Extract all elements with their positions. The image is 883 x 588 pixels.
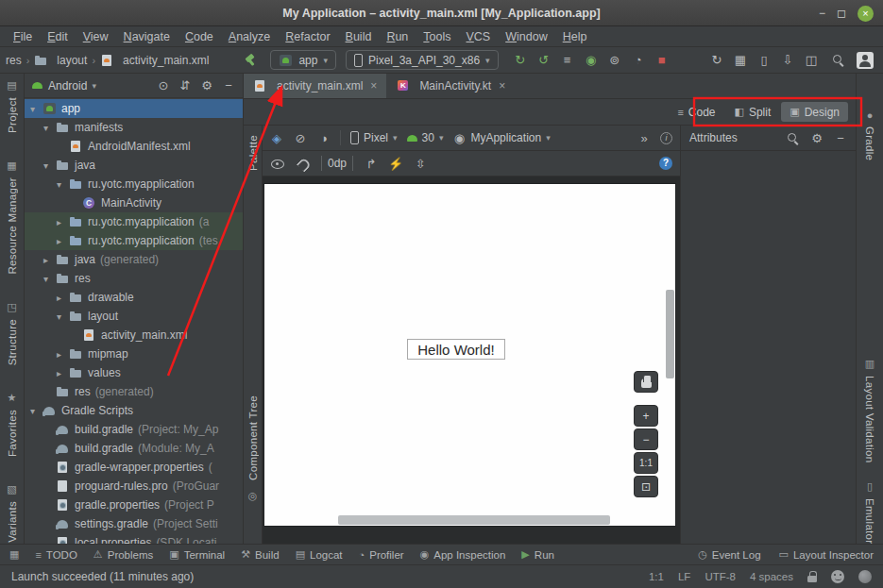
pan-button[interactable] <box>634 371 658 393</box>
close-tab-icon[interactable]: × <box>499 79 505 92</box>
device-menu[interactable]: Pixel ▾ <box>350 131 398 144</box>
collapse-all-icon[interactable]: ⇵ <box>178 78 192 93</box>
terminal-tab[interactable]: ▣ Terminal <box>169 548 225 561</box>
minimize-button[interactable]: − <box>819 8 825 19</box>
tree-item[interactable]: activity_main.xml <box>25 326 243 344</box>
tree-item[interactable]: res <box>25 269 243 288</box>
tree-chevron-icon[interactable] <box>43 255 56 265</box>
tree-item[interactable]: AndroidManifest.xml <box>25 137 243 156</box>
tree-chevron-icon[interactable] <box>30 104 42 114</box>
tree-item[interactable]: mipmap <box>25 344 243 363</box>
designer-strip-icon[interactable]: ◎ <box>248 490 258 502</box>
sync-gradle-icon[interactable]: ↻ <box>710 53 723 68</box>
profiler-tab[interactable]: ◔ Profiler <box>359 548 404 561</box>
event-log-tab[interactable]: ◷ Event Log <box>698 548 760 561</box>
tree-chevron-icon[interactable] <box>57 293 69 303</box>
api-version-menu[interactable]: 30 ▾ <box>407 131 444 144</box>
emulator-tool-button[interactable]: ▯ Emulator <box>864 480 875 544</box>
breadcrumb-layout[interactable]: layout <box>57 54 87 67</box>
tree-item[interactable]: ru.yotc.myapplication <box>25 175 243 193</box>
menu-item[interactable]: View <box>76 28 116 45</box>
horizontal-scrollbar[interactable] <box>338 515 610 525</box>
app-inspection-tab[interactable]: ◉ App Inspection <box>420 548 506 561</box>
debug-icon[interactable]: ◉ <box>585 53 598 68</box>
avatar[interactable] <box>857 52 874 69</box>
tree-chevron-icon[interactable] <box>57 368 69 378</box>
locate-file-icon[interactable]: ⊙ <box>157 78 170 93</box>
build-tab[interactable]: ⚒ Build <box>241 548 279 561</box>
mode-code-button[interactable]: ≡ Code <box>669 102 723 122</box>
tree-chevron-icon[interactable] <box>43 123 56 133</box>
tree-item[interactable]: ru.yotc.myapplication (a <box>25 212 243 231</box>
breadcrumb-res[interactable]: res <box>6 54 22 67</box>
sdk-manager-icon[interactable]: ⇩ <box>781 53 794 68</box>
apply-changes-icon[interactable]: ↺ <box>537 53 551 68</box>
search-icon[interactable] <box>786 131 800 145</box>
default-margin-button[interactable]: 0dp <box>321 156 353 171</box>
editor-tab[interactable]: activity_main.xml × <box>244 74 386 98</box>
editor-tab[interactable]: MainActivity.kt × <box>386 74 515 98</box>
menu-item[interactable]: Refactor <box>278 28 337 45</box>
menu-item[interactable]: Code <box>178 28 221 45</box>
menu-item[interactable]: Tools <box>416 28 458 45</box>
search-everywhere-icon[interactable] <box>831 53 845 67</box>
tree-chevron-icon[interactable] <box>57 311 69 322</box>
tree-item[interactable]: gradle-wrapper.properties ( <box>25 458 243 477</box>
run-tab[interactable]: ▶ Run <box>521 548 554 561</box>
tree-item[interactable]: local.properties (SDK Locati <box>25 533 243 544</box>
menu-item[interactable]: Window <box>498 28 554 45</box>
run-configurations-icon[interactable]: ≡ <box>561 53 574 68</box>
tree-item[interactable]: ru.yotc.myapplication (tes <box>25 231 243 250</box>
layout-inspector-tab[interactable]: ▭ Layout Inspector <box>779 548 874 561</box>
autoconnect-icon[interactable] <box>296 157 310 171</box>
project-view-selector[interactable]: Android ▾ <box>48 79 96 92</box>
problems-tab[interactable]: ⚠ Problems <box>93 548 153 561</box>
rerun-icon[interactable]: ↻ <box>514 53 527 68</box>
menu-item[interactable]: Help <box>555 28 595 45</box>
tree-item[interactable]: settings.gradle (Project Setti <box>25 514 243 533</box>
hide-panel-icon[interactable]: − <box>834 130 847 145</box>
lock-icon[interactable] <box>807 571 817 582</box>
menu-item[interactable]: VCS <box>459 28 499 45</box>
close-button[interactable]: × <box>858 6 874 22</box>
mode-design-button[interactable]: ▣ Design <box>781 102 848 122</box>
overflow-chevrons-icon[interactable]: » <box>637 130 651 145</box>
tree-item[interactable]: java <box>25 156 243 175</box>
zoom-to-fit-button[interactable]: ⊡ <box>634 476 658 497</box>
emulator-icon[interactable]: ▯ <box>757 53 771 68</box>
file-encoding[interactable]: UTF-8 <box>705 571 736 582</box>
tree-chevron-icon[interactable] <box>30 406 42 416</box>
logcat-tab[interactable]: ▤ Logcat <box>296 548 343 561</box>
zoom-out-button[interactable]: − <box>634 428 658 450</box>
tree-chevron-icon[interactable] <box>43 274 56 284</box>
attach-debugger-icon[interactable]: ⊚ <box>608 53 621 68</box>
info-icon[interactable]: i <box>660 132 672 144</box>
device-file-explorer-icon[interactable]: ◫ <box>805 53 818 68</box>
settings-icon[interactable]: ⚙ <box>810 130 824 145</box>
design-surface-icon[interactable]: ◈ <box>270 130 283 145</box>
view-options-icon[interactable] <box>270 158 285 170</box>
palette-tool-label[interactable]: Palette <box>247 135 259 171</box>
tree-item[interactable]: build.gradle (Module: My_A <box>25 439 243 458</box>
menu-item[interactable]: Analyze <box>221 28 278 45</box>
line-separator[interactable]: LF <box>678 571 690 582</box>
infer-constraints-icon[interactable]: ⚡ <box>388 156 403 171</box>
tree-item[interactable]: manifests <box>25 118 243 137</box>
run-configuration-selector[interactable]: app ▾ <box>270 50 336 70</box>
tree-item[interactable]: java (generated) <box>25 250 243 269</box>
tree-item[interactable]: res (generated) <box>25 382 243 401</box>
tree-chevron-icon[interactable] <box>57 217 69 227</box>
guidelines-icon[interactable]: ↱ <box>365 156 378 171</box>
orientation-icon[interactable]: ⊘ <box>294 130 307 145</box>
zoom-reset-button[interactable]: 1:1 <box>634 452 658 474</box>
caret-position[interactable]: 1:1 <box>649 571 664 582</box>
tree-item[interactable]: drawable <box>25 288 243 307</box>
stop-icon[interactable]: ■ <box>655 53 669 68</box>
menu-item[interactable]: Navigate <box>116 28 178 45</box>
hide-panel-icon[interactable]: − <box>222 78 235 93</box>
tree-item[interactable]: build.gradle (Project: My_Ap <box>25 420 243 439</box>
tree-item[interactable]: layout <box>25 307 243 326</box>
pack-icon[interactable]: ⇳ <box>414 156 427 171</box>
tree-item[interactable]: values <box>25 363 243 382</box>
menu-item[interactable]: File <box>6 28 40 45</box>
